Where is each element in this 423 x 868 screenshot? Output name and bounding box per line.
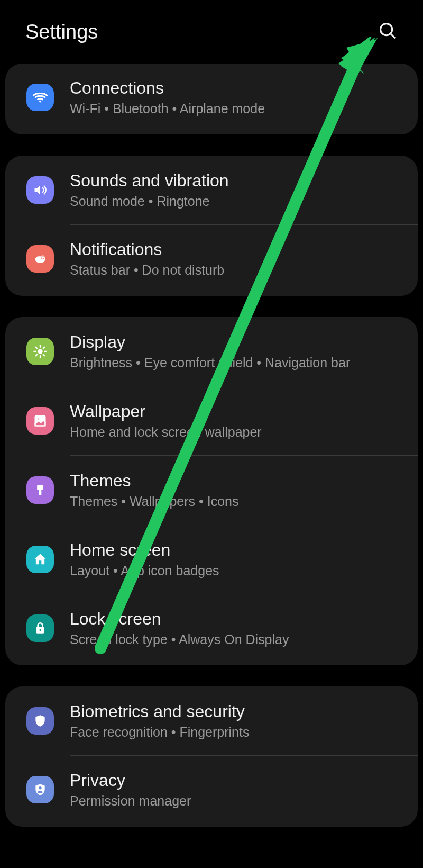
lock-icon (26, 614, 54, 642)
item-subtitle: Screen lock type • Always On Display (70, 632, 289, 647)
svg-point-2 (39, 101, 41, 103)
svg-line-1 (391, 34, 395, 38)
shield-icon (26, 707, 54, 735)
item-title: Biometrics and security (70, 702, 249, 721)
svg-rect-17 (37, 485, 43, 490)
settings-item-sounds[interactable]: Sounds and vibration Sound mode • Ringto… (5, 156, 418, 224)
item-subtitle: Themes • Wallpapers • Icons (70, 494, 238, 509)
display-icon (26, 338, 54, 365)
item-text: Display Brightness • Eye comfort shield … (70, 332, 350, 370)
svg-point-6 (38, 349, 42, 354)
item-subtitle: Brightness • Eye comfort shield • Naviga… (70, 355, 350, 370)
item-text: Wallpaper Home and lock screen wallpaper (70, 402, 262, 440)
wifi-icon (26, 84, 54, 111)
item-subtitle: Status bar • Do not disturb (70, 263, 224, 278)
svg-point-16 (37, 418, 39, 420)
wallpaper-icon (26, 407, 54, 435)
svg-line-12 (43, 355, 44, 356)
settings-group: Connections Wi-Fi • Bluetooth • Airplane… (5, 64, 418, 134)
header: Settings (0, 0, 423, 64)
settings-item-biometrics[interactable]: Biometrics and security Face recognition… (5, 686, 418, 755)
item-subtitle: Wi-Fi • Bluetooth • Airplane mode (70, 101, 265, 116)
item-title: Connections (70, 78, 265, 98)
item-subtitle: Permission manager (70, 793, 191, 809)
search-button[interactable] (378, 21, 398, 43)
notifications-icon (26, 245, 54, 273)
settings-item-connections[interactable]: Connections Wi-Fi • Bluetooth • Airplane… (5, 64, 418, 134)
settings-item-notifications[interactable]: Notifications Status bar • Do not distur… (5, 225, 418, 296)
svg-point-21 (39, 786, 41, 789)
search-icon (378, 21, 398, 41)
item-subtitle: Layout • App icon badges (70, 563, 219, 578)
item-title: Home screen (70, 540, 219, 560)
svg-line-13 (36, 355, 37, 356)
settings-list: Connections Wi-Fi • Bluetooth • Airplane… (0, 64, 423, 827)
item-title: Themes (70, 471, 238, 491)
settings-item-privacy[interactable]: Privacy Permission manager (5, 756, 418, 827)
item-text: Biometrics and security Face recognition… (70, 702, 249, 740)
settings-group: Sounds and vibration Sound mode • Ringto… (5, 156, 418, 296)
item-text: Home screen Layout • App icon badges (70, 540, 219, 578)
privacy-icon (26, 776, 54, 803)
svg-line-14 (43, 347, 44, 348)
settings-item-home-screen[interactable]: Home screen Layout • App icon badges (5, 525, 418, 594)
settings-group: Display Brightness • Eye comfort shield … (5, 317, 418, 665)
svg-rect-18 (39, 490, 42, 495)
item-text: Sounds and vibration Sound mode • Ringto… (70, 171, 229, 209)
item-text: Connections Wi-Fi • Bluetooth • Airplane… (70, 78, 265, 116)
item-title: Wallpaper (70, 402, 262, 421)
item-title: Notifications (70, 240, 224, 259)
home-icon (26, 546, 54, 573)
svg-line-11 (36, 347, 37, 348)
item-subtitle: Sound mode • Ringtone (70, 194, 229, 209)
settings-item-themes[interactable]: Themes Themes • Wallpapers • Icons (5, 456, 418, 525)
item-title: Sounds and vibration (70, 171, 229, 191)
svg-point-20 (39, 629, 41, 631)
item-subtitle: Face recognition • Fingerprints (70, 725, 249, 740)
settings-group: Biometrics and security Face recognition… (5, 686, 418, 827)
item-subtitle: Home and lock screen wallpaper (70, 424, 262, 440)
item-title: Privacy (70, 771, 191, 790)
settings-item-display[interactable]: Display Brightness • Eye comfort shield … (5, 317, 418, 386)
item-title: Display (70, 332, 350, 352)
item-text: Privacy Permission manager (70, 771, 191, 809)
page-title: Settings (25, 21, 98, 43)
settings-item-lock-screen[interactable]: Lock screen Screen lock type • Always On… (5, 594, 418, 665)
sound-icon (26, 176, 54, 204)
themes-icon (26, 476, 54, 504)
svg-point-5 (41, 256, 44, 259)
item-title: Lock screen (70, 609, 289, 629)
svg-point-0 (381, 24, 392, 35)
item-text: Lock screen Screen lock type • Always On… (70, 609, 289, 647)
settings-item-wallpaper[interactable]: Wallpaper Home and lock screen wallpaper (5, 386, 418, 455)
item-text: Notifications Status bar • Do not distur… (70, 240, 224, 278)
item-text: Themes Themes • Wallpapers • Icons (70, 471, 238, 509)
